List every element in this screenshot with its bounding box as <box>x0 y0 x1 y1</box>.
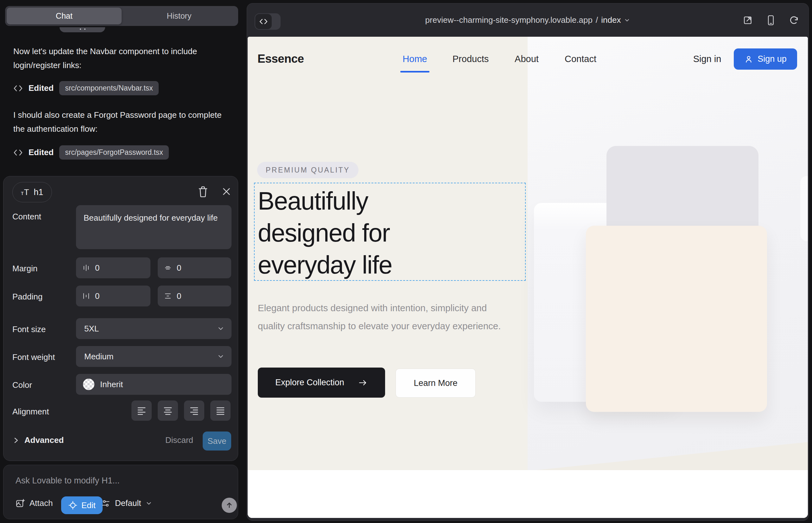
decor-card-edge <box>800 176 808 241</box>
align-left-icon <box>137 406 146 415</box>
padding-x-value: 0 <box>95 291 100 301</box>
padding-horizontal-icon <box>82 292 90 300</box>
external-link-icon[interactable] <box>743 15 753 25</box>
close-panel-button[interactable] <box>222 186 231 197</box>
tab-history[interactable]: History <box>122 7 236 24</box>
sign-in-link[interactable]: Sign in <box>693 54 721 64</box>
margin-horizontal-icon <box>82 264 90 272</box>
scrolled-pill-fragment <box>59 27 105 32</box>
preview-window: preview--charming-site-symphony.lovable.… <box>247 3 809 521</box>
next-section <box>248 470 808 518</box>
color-value: Inherit <box>100 380 123 390</box>
font-weight-label: Font weight <box>12 353 55 362</box>
edited-file-row: Edited src/components/Navbar.tsx <box>13 81 159 95</box>
margin-y-input[interactable]: 0 <box>158 257 231 278</box>
target-icon <box>68 501 77 510</box>
alignment-label: Alignment <box>12 407 49 417</box>
user-icon <box>744 55 753 64</box>
chevron-down-icon <box>217 325 225 332</box>
attach-label: Attach <box>30 498 53 508</box>
padding-y-input[interactable]: 0 <box>158 286 231 306</box>
model-mode-selector[interactable]: Default <box>101 498 152 508</box>
hero-section: PREMIUM QUALITY Beautifully designed for… <box>248 81 808 470</box>
chat-input-box[interactable]: Ask Lovable to modify H1... Attach Edit <box>3 465 238 519</box>
sign-up-button[interactable]: Sign up <box>734 49 797 70</box>
send-button[interactable] <box>222 498 237 513</box>
learn-more-button[interactable]: Learn More <box>395 368 476 398</box>
url-separator: / <box>596 15 598 25</box>
active-link-underline <box>400 71 429 72</box>
chat-history-tabbar: Chat History <box>5 6 238 26</box>
chevron-down-icon <box>624 17 630 23</box>
delete-element-button[interactable] <box>197 185 209 198</box>
advanced-label: Advanced <box>24 435 64 445</box>
refresh-icon[interactable] <box>789 15 799 25</box>
nav-link-about[interactable]: About <box>515 54 539 64</box>
padding-vertical-icon <box>164 292 172 300</box>
dot <box>80 29 81 30</box>
edited-file-row: Edited src/pages/ForgotPassword.tsx <box>13 145 169 160</box>
margin-label: Margin <box>12 264 37 273</box>
arrow-up-icon <box>226 502 233 509</box>
selected-element-chip[interactable]: тT h1 <box>12 182 52 202</box>
align-justify-button[interactable] <box>210 400 231 421</box>
browser-actions <box>743 3 799 37</box>
chevron-right-icon <box>13 437 19 444</box>
font-size-value: 5XL <box>84 324 99 334</box>
margin-x-input[interactable]: 0 <box>76 257 151 278</box>
nav-link-home[interactable]: Home <box>403 54 427 64</box>
content-input[interactable]: Beautifully designed for everyday life <box>76 205 231 249</box>
attach-button[interactable]: Attach <box>16 498 53 508</box>
nav-link-contact[interactable]: Contact <box>565 54 596 64</box>
explore-collection-button[interactable]: Explore Collection <box>258 367 385 398</box>
url-bar[interactable]: preview--charming-site-symphony.lovable.… <box>247 3 809 37</box>
align-right-button[interactable] <box>184 400 204 421</box>
site-navbar: Essence Home Products About Contact Sign… <box>248 37 808 81</box>
align-center-icon <box>163 406 173 415</box>
chevron-down-icon <box>217 353 225 360</box>
margin-y-value: 0 <box>177 263 181 273</box>
align-right-icon <box>189 406 199 415</box>
code-icon <box>13 85 23 92</box>
color-label: Color <box>12 380 32 390</box>
hero-paragraph: Elegant products designed with intention… <box>258 299 511 335</box>
chat-input-placeholder: Ask Lovable to modify H1... <box>16 476 120 486</box>
assistant-message: Now let's update the Navbar component to… <box>13 44 235 72</box>
edit-mode-button[interactable]: Edit <box>61 497 103 514</box>
mode-label: Default <box>115 498 141 508</box>
color-select[interactable]: Inherit <box>76 374 231 395</box>
site-viewport: Essence Home Products About Contact Sign… <box>248 37 808 518</box>
heading-line: everyday life <box>258 249 392 281</box>
tab-chat[interactable]: Chat <box>7 7 122 24</box>
advanced-toggle[interactable]: Advanced <box>13 435 64 445</box>
nav-link-products[interactable]: Products <box>453 54 489 64</box>
save-button[interactable]: Save <box>203 432 231 451</box>
discard-button[interactable]: Discard <box>163 435 195 445</box>
align-left-button[interactable] <box>131 400 152 421</box>
align-center-button[interactable] <box>158 400 178 421</box>
dot <box>84 29 86 30</box>
code-icon <box>13 149 23 157</box>
edited-label: Edited <box>29 147 54 157</box>
padding-label: Padding <box>12 292 42 302</box>
margin-vertical-icon <box>164 264 172 272</box>
content-label: Content <box>12 212 41 222</box>
padding-x-input[interactable]: 0 <box>76 286 151 306</box>
element-editor-panel: тT h1 Content Beautifully designed for e… <box>3 176 238 461</box>
font-weight-select[interactable]: Medium <box>76 346 231 367</box>
padding-y-value: 0 <box>177 291 181 301</box>
font-size-label: Font size <box>12 325 46 334</box>
assistant-message: I should also create a Forgot Password p… <box>13 108 235 136</box>
font-size-select[interactable]: 5XL <box>76 318 231 339</box>
heading-line: designed for <box>258 217 392 249</box>
chevron-down-icon <box>145 500 152 507</box>
sign-up-label: Sign up <box>758 54 787 64</box>
site-logo[interactable]: Essence <box>258 52 304 66</box>
edited-file-pill[interactable]: src/components/Navbar.tsx <box>59 81 158 95</box>
mobile-icon[interactable] <box>766 15 776 26</box>
edited-label: Edited <box>29 83 54 93</box>
hero-heading[interactable]: Beautifully designed for everyday life <box>258 185 392 281</box>
edited-file-pill[interactable]: src/pages/ForgotPassword.tsx <box>59 145 169 160</box>
heading-line: Beautifully <box>258 185 392 217</box>
type-icon: тT <box>21 187 30 197</box>
